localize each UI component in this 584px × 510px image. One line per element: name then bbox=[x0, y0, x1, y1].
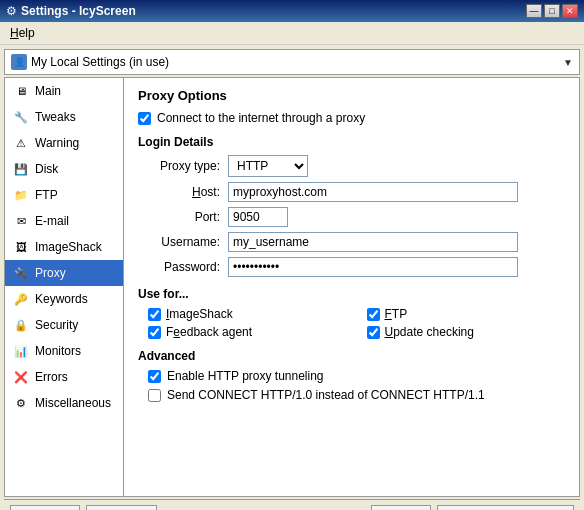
sidebar-item-email[interactable]: E-mail bbox=[5, 208, 123, 234]
save-button[interactable]: Save These Settings bbox=[437, 505, 574, 510]
use-for-update-checkbox[interactable] bbox=[367, 326, 380, 339]
sidebar-label-keywords: Keywords bbox=[35, 292, 88, 306]
sidebar-label-disk: Disk bbox=[35, 162, 58, 176]
proxy-type-label: Proxy type: bbox=[148, 159, 228, 173]
use-for-update: Update checking bbox=[367, 325, 566, 339]
sidebar-item-proxy[interactable]: Proxy bbox=[5, 260, 123, 286]
connect-proxy-label: Connect to the internet through a proxy bbox=[157, 111, 365, 125]
monitors-icon bbox=[13, 343, 29, 359]
login-details-title: Login Details bbox=[138, 135, 565, 149]
title-bar-buttons: — □ ✕ bbox=[526, 4, 578, 18]
proxy-type-row: Proxy type: HTTP SOCKS4 SOCKS5 bbox=[148, 155, 565, 177]
sidebar-label-monitors: Monitors bbox=[35, 344, 81, 358]
sidebar-item-warning[interactable]: Warning bbox=[5, 130, 123, 156]
proxy-type-select[interactable]: HTTP SOCKS4 SOCKS5 bbox=[228, 155, 308, 177]
adv-item-connect: Send CONNECT HTTP/1.0 instead of CONNECT… bbox=[148, 388, 565, 402]
sidebar-label-imageshack: ImageShack bbox=[35, 240, 102, 254]
bottom-left-buttons: Import... Export... bbox=[10, 505, 157, 510]
image-icon bbox=[13, 239, 29, 255]
use-for-title: Use for... bbox=[138, 287, 565, 301]
use-for-imageshack-checkbox[interactable] bbox=[148, 308, 161, 321]
minimize-button[interactable]: — bbox=[526, 4, 542, 18]
content-area: Proxy Options Connect to the internet th… bbox=[124, 77, 580, 497]
use-for-imageshack: ImageShack bbox=[148, 307, 347, 321]
bottom-right-buttons: Close Save These Settings bbox=[371, 505, 574, 510]
connect-proxy-row: Connect to the internet through a proxy bbox=[138, 111, 565, 125]
sidebar-label-errors: Errors bbox=[35, 370, 68, 384]
title-bar: ⚙ Settings - IcyScreen — □ ✕ bbox=[0, 0, 584, 22]
sidebar-label-proxy: Proxy bbox=[35, 266, 66, 280]
sidebar-item-errors[interactable]: Errors bbox=[5, 364, 123, 390]
use-for-feedback-label: Feedback agent bbox=[166, 325, 252, 339]
advanced-title: Advanced bbox=[138, 349, 565, 363]
help-menu[interactable]: Help bbox=[4, 24, 41, 42]
use-for-ftp: FTP bbox=[367, 307, 566, 321]
export-button[interactable]: Export... bbox=[86, 505, 157, 510]
sidebar: Main Tweaks Warning Disk FTP E-mail Imag… bbox=[4, 77, 124, 497]
sidebar-item-imageshack[interactable]: ImageShack bbox=[5, 234, 123, 260]
warning-icon bbox=[13, 135, 29, 151]
sidebar-item-main[interactable]: Main bbox=[5, 78, 123, 104]
misc-icon bbox=[13, 395, 29, 411]
maximize-button[interactable]: □ bbox=[544, 4, 560, 18]
form-table: Proxy type: HTTP SOCKS4 SOCKS5 Host: Por… bbox=[148, 155, 565, 277]
sidebar-label-security: Security bbox=[35, 318, 78, 332]
use-for-ftp-checkbox[interactable] bbox=[367, 308, 380, 321]
connect-proxy-checkbox[interactable] bbox=[138, 112, 151, 125]
username-input[interactable] bbox=[228, 232, 518, 252]
port-input[interactable] bbox=[228, 207, 288, 227]
sidebar-item-keywords[interactable]: Keywords bbox=[5, 286, 123, 312]
close-button[interactable]: Close bbox=[371, 505, 431, 510]
monitor-icon bbox=[13, 83, 29, 99]
port-row: Port: bbox=[148, 207, 565, 227]
sidebar-label-warning: Warning bbox=[35, 136, 79, 150]
adv-tunneling-label: Enable HTTP proxy tunneling bbox=[167, 369, 324, 383]
sidebar-item-miscellaneous[interactable]: Miscellaneous bbox=[5, 390, 123, 416]
password-label: Password: bbox=[148, 260, 228, 274]
email-icon bbox=[13, 213, 29, 229]
proxy-section-title: Proxy Options bbox=[138, 88, 565, 103]
sidebar-item-monitors[interactable]: Monitors bbox=[5, 338, 123, 364]
window-title: Settings - IcyScreen bbox=[21, 4, 136, 18]
profile-text: My Local Settings (in use) bbox=[31, 55, 559, 69]
sidebar-item-disk[interactable]: Disk bbox=[5, 156, 123, 182]
sidebar-item-tweaks[interactable]: Tweaks bbox=[5, 104, 123, 130]
host-input[interactable] bbox=[228, 182, 518, 202]
sidebar-label-main: Main bbox=[35, 84, 61, 98]
profile-dropdown-arrow[interactable]: ▼ bbox=[563, 57, 573, 68]
sidebar-label-miscellaneous: Miscellaneous bbox=[35, 396, 111, 410]
sidebar-label-ftp: FTP bbox=[35, 188, 58, 202]
port-label: Port: bbox=[148, 210, 228, 224]
use-for-ftp-label: FTP bbox=[385, 307, 408, 321]
import-button[interactable]: Import... bbox=[10, 505, 80, 510]
sidebar-label-email: E-mail bbox=[35, 214, 69, 228]
password-row: Password: bbox=[148, 257, 565, 277]
bottom-bar: Import... Export... Close Save These Set… bbox=[4, 499, 580, 510]
menu-bar: Help bbox=[0, 22, 584, 45]
adv-tunneling-checkbox[interactable] bbox=[148, 370, 161, 383]
disk-icon bbox=[13, 161, 29, 177]
host-row: Host: bbox=[148, 182, 565, 202]
use-for-update-label: Update checking bbox=[385, 325, 474, 339]
username-label: Username: bbox=[148, 235, 228, 249]
adv-connect-checkbox[interactable] bbox=[148, 389, 161, 402]
ftp-icon bbox=[13, 187, 29, 203]
sidebar-item-security[interactable]: Security bbox=[5, 312, 123, 338]
proxy-icon bbox=[13, 265, 29, 281]
adv-connect-label: Send CONNECT HTTP/1.0 instead of CONNECT… bbox=[167, 388, 485, 402]
title-bar-left: ⚙ Settings - IcyScreen bbox=[6, 4, 136, 18]
sidebar-item-ftp[interactable]: FTP bbox=[5, 182, 123, 208]
use-for-feedback-checkbox[interactable] bbox=[148, 326, 161, 339]
use-for-grid: ImageShack FTP Feedback agent Update che… bbox=[148, 307, 565, 339]
sidebar-label-tweaks: Tweaks bbox=[35, 110, 76, 124]
password-input[interactable] bbox=[228, 257, 518, 277]
adv-item-tunneling: Enable HTTP proxy tunneling bbox=[148, 369, 565, 383]
error-icon bbox=[13, 369, 29, 385]
close-window-button[interactable]: ✕ bbox=[562, 4, 578, 18]
security-icon bbox=[13, 317, 29, 333]
keywords-icon bbox=[13, 291, 29, 307]
use-for-imageshack-label: ImageShack bbox=[166, 307, 233, 321]
host-label: Host: bbox=[148, 185, 228, 199]
wrench-icon bbox=[13, 109, 29, 125]
username-row: Username: bbox=[148, 232, 565, 252]
